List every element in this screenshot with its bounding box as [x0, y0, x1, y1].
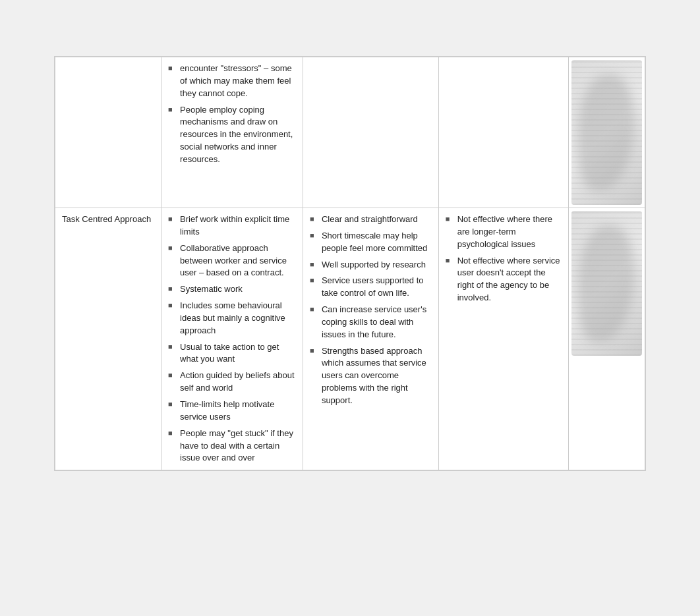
item-text: People employ coping mechanisms and draw…	[180, 104, 296, 166]
bullet-icon: ■	[310, 231, 319, 241]
item-text: Brief work within explicit time limits	[180, 213, 296, 238]
bullet-icon: ■	[168, 342, 177, 352]
bullet-icon: ■	[310, 275, 319, 286]
cell-approach-top	[55, 57, 161, 208]
item-text: Clear and straightforward	[322, 213, 418, 226]
description-list-top: ■ encounter "stressors" – some of which …	[168, 63, 296, 166]
bullet-icon: ■	[168, 63, 177, 74]
bullet-icon: ■	[446, 214, 455, 225]
disadvantages-list: ■ Not effective where there are longer-t…	[446, 213, 562, 304]
item-text: Action guided by beliefs about self and …	[180, 370, 296, 395]
table-row: ■ encounter "stressors" – some of which …	[55, 57, 645, 208]
list-item: ■ encounter "stressors" – some of which …	[168, 63, 296, 100]
list-item: ■ Clear and straightforward	[310, 213, 432, 226]
cell-description-top: ■ encounter "stressors" – some of which …	[161, 57, 303, 208]
cell-approach-name: Task Centred Approach	[55, 208, 161, 470]
list-item: ■ Includes some behavioural ideas but ma…	[168, 300, 296, 337]
item-text: Short timescale may help people feel mor…	[322, 230, 432, 255]
cell-disadvantages-top	[438, 57, 568, 208]
item-text: Not effective where there are longer-ter…	[457, 213, 562, 251]
blurred-shape	[578, 74, 635, 190]
item-text: Systematic work	[180, 283, 243, 296]
list-item: ■ Short timescale may help people feel m…	[310, 230, 432, 255]
item-text: Service users supported to take control …	[322, 275, 432, 300]
cell-advantages-main: ■ Clear and straightforward ■ Short time…	[303, 208, 438, 470]
bullet-icon: ■	[168, 370, 177, 381]
list-item: ■ Usual to take action to get what you w…	[168, 341, 296, 366]
list-item: ■ Can increase service user's coping ski…	[310, 304, 432, 341]
bullet-icon: ■	[168, 399, 177, 410]
list-item: ■ Collaborative approach between worker …	[168, 242, 296, 280]
list-item: ■ Strengths based approach which assumes…	[310, 345, 432, 407]
bullet-icon: ■	[168, 284, 177, 294]
list-item: ■ Not effective where there are longer-t…	[446, 213, 562, 251]
main-table: ■ encounter "stressors" – some of which …	[55, 57, 645, 470]
list-item: ■ Well supported by research	[310, 259, 432, 271]
item-text: Includes some behavioural ideas but main…	[180, 300, 296, 337]
blurred-image-top	[571, 60, 642, 205]
item-text: encounter "stressors" – some of which ma…	[180, 63, 296, 100]
bullet-icon: ■	[168, 243, 177, 254]
bullet-icon: ■	[310, 304, 319, 315]
list-item: ■ Not effective where service user doesn…	[446, 255, 562, 304]
bullet-icon: ■	[310, 214, 319, 225]
item-text: Can increase service user's coping skill…	[322, 304, 432, 341]
item-text: Strengths based approach which assumes t…	[322, 345, 432, 407]
list-item: ■ Brief work within explicit time limits	[168, 213, 296, 238]
list-item: ■ Service users supported to take contro…	[310, 275, 432, 300]
item-text: People may "get stuck" if they have to d…	[180, 428, 296, 465]
cell-advantages-top	[303, 57, 438, 208]
bullet-icon: ■	[446, 256, 455, 266]
list-item: ■ Time-limits help motivate service user…	[168, 399, 296, 424]
bullet-icon: ■	[168, 105, 177, 115]
cell-blurred-top	[568, 57, 645, 208]
list-item: ■ Action guided by beliefs about self an…	[168, 370, 296, 395]
cell-disadvantages-main: ■ Not effective where there are longer-t…	[438, 208, 568, 470]
item-text: Not effective where service user doesn't…	[457, 255, 562, 304]
cell-blurred-main	[568, 208, 645, 470]
list-item: ■ People may "get stuck" if they have to…	[168, 428, 296, 465]
item-text: Time-limits help motivate service users	[180, 399, 296, 424]
bullet-icon: ■	[310, 346, 319, 356]
bullet-icon: ■	[168, 300, 177, 311]
item-text: Collaborative approach between worker an…	[180, 242, 296, 280]
advantages-list: ■ Clear and straightforward ■ Short time…	[310, 213, 432, 407]
blurred-image-main	[571, 211, 642, 356]
table-row: Task Centred Approach ■ Brief work withi…	[55, 208, 645, 470]
item-text: Usual to take action to get what you wan…	[180, 341, 296, 366]
table-container: ■ encounter "stressors" – some of which …	[54, 56, 646, 471]
page-wrapper: ■ encounter "stressors" – some of which …	[0, 0, 700, 616]
item-text: Well supported by research	[322, 259, 426, 271]
cell-description-main: ■ Brief work within explicit time limits…	[161, 208, 303, 470]
bullet-icon: ■	[310, 260, 319, 270]
bullet-icon: ■	[168, 428, 177, 439]
blurred-shape-main	[578, 225, 635, 341]
list-item: ■ People employ coping mechanisms and dr…	[168, 104, 296, 166]
list-item: ■ Systematic work	[168, 283, 296, 296]
description-list-main: ■ Brief work within explicit time limits…	[168, 213, 296, 464]
bullet-icon: ■	[168, 214, 177, 225]
